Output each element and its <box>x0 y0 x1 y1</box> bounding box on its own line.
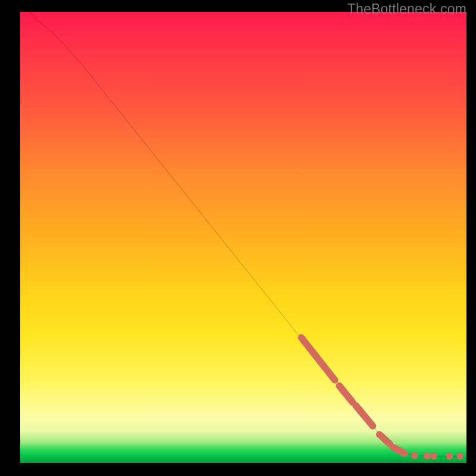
highlight-segment <box>339 386 353 403</box>
chart-stage: TheBottleneck.com <box>0 0 476 476</box>
highlight-dot <box>457 453 464 460</box>
highlight-segment <box>393 447 405 454</box>
highlight-dot <box>430 453 437 460</box>
bottleneck-curve <box>29 12 462 456</box>
highlight-segment <box>356 406 373 427</box>
chart-svg <box>20 12 466 458</box>
plot-area <box>20 12 466 463</box>
highlight-dot <box>424 453 431 460</box>
watermark-text: TheBottleneck.com <box>347 1 466 17</box>
highlight-segment <box>380 434 390 444</box>
highlight-dot <box>411 452 418 459</box>
highlight-dot <box>446 453 453 460</box>
highlight-segment <box>302 338 335 380</box>
